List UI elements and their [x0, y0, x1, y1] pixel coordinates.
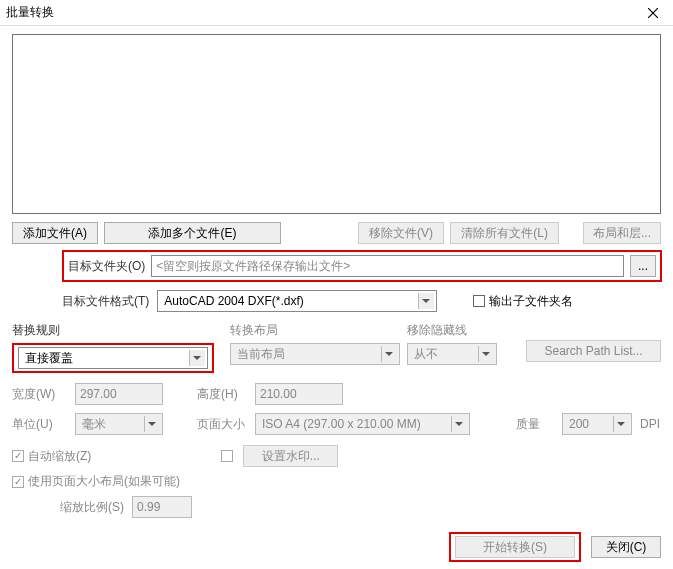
target-folder-label: 目标文件夹(O) — [68, 258, 145, 275]
close-icon[interactable] — [633, 0, 673, 26]
target-folder-input[interactable] — [151, 255, 624, 277]
height-input — [255, 383, 343, 405]
unit-label: 单位(U) — [12, 416, 67, 433]
layout-button[interactable]: 布局和层... — [583, 222, 661, 244]
unit-select: 毫米 — [75, 413, 163, 435]
scale-input — [132, 496, 192, 518]
height-label: 高度(H) — [197, 386, 247, 403]
checkbox-icon — [473, 295, 485, 307]
auto-scale-label: 自动缩放(Z) — [28, 448, 91, 465]
toolbar-row: 添加文件(A) 添加多个文件(E) 移除文件(V) 清除所有文件(L) 布局和层… — [12, 222, 661, 244]
output-subfolder-checkbox[interactable]: 输出子文件夹名 — [473, 293, 573, 310]
clear-all-button[interactable]: 清除所有文件(L) — [450, 222, 559, 244]
scale-label: 缩放比例(S) — [60, 499, 124, 516]
footer: 开始转换(S) 关闭(C) — [12, 532, 661, 562]
window-title: 批量转换 — [6, 4, 633, 21]
add-file-button[interactable]: 添加文件(A) — [12, 222, 98, 244]
remove-hidden-label: 移除隐藏线 — [407, 322, 526, 339]
page-size-select: ISO A4 (297.00 x 210.00 MM) — [255, 413, 470, 435]
quality-select: 200 — [562, 413, 632, 435]
convert-layout-select: 当前布局 — [230, 343, 400, 365]
target-format-label: 目标文件格式(T) — [62, 293, 149, 310]
use-paper-layout-checkbox: ✓ 使用页面大小布局(如果可能) — [12, 473, 180, 490]
checkbox-icon — [221, 450, 233, 462]
output-subfolder-label: 输出子文件夹名 — [489, 293, 573, 310]
target-format-select[interactable]: AutoCAD 2004 DXF(*.dxf) — [157, 290, 437, 312]
replace-rule-label: 替换规则 — [12, 322, 220, 339]
dpi-label: DPI — [640, 417, 660, 431]
quality-label: 质量 — [516, 416, 540, 433]
watermark-button[interactable]: 设置水印... — [243, 445, 338, 467]
replace-rule-select[interactable]: 直接覆盖 — [18, 347, 208, 369]
window-body: 添加文件(A) 添加多个文件(E) 移除文件(V) 清除所有文件(L) 布局和层… — [0, 26, 673, 569]
search-path-button[interactable]: Search Path List... — [526, 340, 661, 362]
convert-layout-label: 转换布局 — [230, 322, 408, 339]
add-files-button[interactable]: 添加多个文件(E) — [104, 222, 281, 244]
browse-button[interactable]: ... — [630, 255, 656, 277]
titlebar: 批量转换 — [0, 0, 673, 26]
checkmark-icon: ✓ — [12, 450, 24, 462]
file-list[interactable] — [12, 34, 661, 214]
width-label: 宽度(W) — [12, 386, 67, 403]
target-folder-row: 目标文件夹(O) ... — [62, 250, 661, 282]
auto-scale-checkbox: ✓ 自动缩放(Z) — [12, 448, 91, 465]
width-input — [75, 383, 163, 405]
remove-hidden-select: 从不 — [407, 343, 497, 365]
watermark-checkbox — [221, 450, 233, 462]
page-size-label: 页面大小 — [197, 416, 247, 433]
remove-file-button[interactable]: 移除文件(V) — [358, 222, 445, 244]
use-paper-layout-label: 使用页面大小布局(如果可能) — [28, 473, 180, 490]
close-button[interactable]: 关闭(C) — [591, 536, 661, 558]
start-button[interactable]: 开始转换(S) — [455, 536, 575, 558]
checkmark-icon: ✓ — [12, 476, 24, 488]
